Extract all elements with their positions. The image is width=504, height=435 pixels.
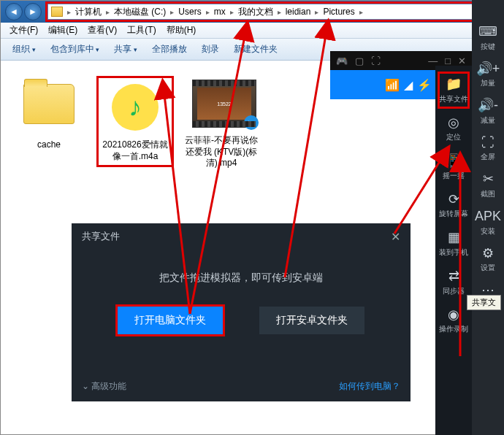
open-android-folder-button[interactable]: 打开安卓文件夹: [259, 307, 364, 334]
folder-icon: [23, 84, 75, 124]
sidebar-item-volume-down[interactable]: 🔊-减量: [472, 93, 504, 130]
sidebar-item-screenshot[interactable]: ✂截图: [472, 166, 504, 204]
breadcrumb[interactable]: leidian: [283, 7, 314, 17]
breadcrumb[interactable]: 我的文档: [235, 6, 276, 18]
sidebar-item-record[interactable]: ◉操作录制: [438, 302, 470, 339]
file-video-mp4[interactable]: 13522 ▶ 云菲菲-不要再说你还爱我 (KTV版)(标清).mp4: [185, 78, 258, 169]
emulator-sidebar-right: ⌨按键 🔊+加量 🔊-减量 ⛶全屏 ✂截图 APK安装 ⚙设置 ⋯更多: [472, 0, 504, 435]
record-icon: ◉: [438, 307, 470, 323]
open-pc-folder-button[interactable]: 打开电脑文件夹: [118, 307, 223, 334]
file-label: cache: [12, 139, 85, 151]
emulator-sidebar-left: 📁共享文件 ◎定位 📳摇一摇 ⟳旋转屏幕 ▦装到手机 ⇄同步器 ◉操作录制: [435, 66, 472, 435]
sidebar-item-rotate[interactable]: ⟳旋转屏幕: [438, 187, 470, 224]
menu-view[interactable]: 查看(V): [83, 23, 121, 38]
video-thumbnail-icon: 13522 ▶: [192, 80, 256, 128]
dialog-message: 把文件拖进模拟器，即可传到安卓端: [86, 272, 396, 285]
menu-tools[interactable]: 工具(T): [123, 23, 160, 38]
sidebar-item-shake[interactable]: 📳摇一摇: [438, 148, 470, 185]
gear-icon: ⚙: [472, 246, 504, 262]
volume-down-icon: 🔊-: [472, 98, 504, 114]
sidebar-item-fullscreen[interactable]: ⛶全屏: [472, 130, 504, 167]
howto-link[interactable]: 如何传到电脑？: [339, 380, 400, 393]
menu-bar: 文件(F) 编辑(E) 查看(V) 工具(T) 帮助(H): [1, 23, 503, 39]
sidebar-item-keymap[interactable]: ⌨按键: [472, 19, 504, 56]
file-label: 云菲菲-不要再说你还爱我 (KTV版)(标清).mp4: [185, 135, 258, 169]
breadcrumb[interactable]: Users: [175, 7, 204, 17]
breadcrumb[interactable]: Pictures: [320, 7, 357, 17]
menu-edit[interactable]: 编辑(E): [44, 23, 82, 38]
file-label: 20210826爱情就像一首.m4a: [102, 139, 169, 162]
maximize-button[interactable]: □: [445, 55, 451, 66]
dialog-close-button[interactable]: ✕: [391, 230, 400, 244]
tool-new-folder[interactable]: 新建文件夹: [228, 40, 283, 58]
nav-back-button[interactable]: ◄: [5, 3, 23, 20]
folder-icon: [51, 7, 63, 17]
folder-open-icon: 📁: [438, 77, 470, 93]
sidebar-item-install-phone[interactable]: ▦装到手机: [438, 225, 470, 262]
breadcrumb[interactable]: 计算机: [72, 6, 104, 18]
expand-icon[interactable]: ⛶: [371, 55, 381, 66]
title-bar: ◄ ► ▸ 计算机▸ 本地磁盘 (C:)▸ Users▸ mx▸ 我的文档▸ l…: [1, 1, 503, 23]
sidebar-item-settings[interactable]: ⚙设置: [472, 241, 504, 278]
fullscreen-icon: ⛶: [472, 135, 504, 151]
location-icon: ◎: [438, 115, 470, 131]
tool-organize[interactable]: 组织: [7, 40, 42, 58]
play-badge-icon: ▶: [244, 115, 259, 130]
music-icon: ♪: [112, 84, 159, 131]
address-bar[interactable]: ▸ 计算机▸ 本地磁盘 (C:)▸ Users▸ mx▸ 我的文档▸ leidi…: [47, 4, 499, 20]
menu-help[interactable]: 帮助(H): [162, 23, 201, 38]
advanced-toggle[interactable]: ⌄ 高级功能: [82, 380, 126, 393]
sync-icon: ⇄: [438, 269, 470, 285]
share-file-dialog: 共享文件 ✕ 把文件拖进模拟器，即可传到安卓端 打开电脑文件夹 打开安卓文件夹 …: [72, 223, 411, 401]
sim-icon: ◢: [404, 78, 413, 92]
file-audio-m4a[interactable]: ♪ 20210826爱情就像一首.m4a: [99, 78, 172, 165]
shake-icon: 📳: [438, 153, 470, 169]
breadcrumb[interactable]: 本地磁盘 (C:): [111, 6, 169, 18]
apk-icon: APK: [472, 209, 504, 225]
tool-include-library[interactable]: 包含到库中: [45, 40, 106, 58]
tool-burn[interactable]: 刻录: [196, 40, 225, 58]
sidebar-item-locate[interactable]: ◎定位: [438, 110, 470, 147]
tool-play-all[interactable]: 全部播放: [146, 40, 193, 58]
qr-icon: ▦: [438, 230, 470, 246]
tooltip: 共享文: [467, 295, 501, 310]
nav-forward-button[interactable]: ►: [24, 3, 42, 20]
tool-share[interactable]: 共享: [108, 40, 143, 58]
wifi-icon: 📶: [385, 78, 400, 92]
menu-file[interactable]: 文件(F): [5, 23, 42, 38]
sidebar-item-share-files[interactable]: 📁共享文件: [438, 72, 470, 109]
volume-up-icon: 🔊+: [472, 61, 504, 77]
minimize-button[interactable]: —: [428, 55, 438, 66]
keyboard-icon: ⌨: [472, 24, 504, 40]
sidebar-item-sync[interactable]: ⇄同步器: [438, 263, 470, 301]
rotate-icon: ⟳: [438, 192, 470, 208]
battery-charging-icon: ⚡: [417, 78, 432, 92]
gamepad-icon[interactable]: 🎮: [336, 55, 348, 66]
box-icon[interactable]: ▢: [355, 55, 364, 66]
close-button[interactable]: ✕: [458, 55, 466, 66]
breadcrumb[interactable]: mx: [211, 7, 229, 17]
file-folder-cache[interactable]: cache: [12, 78, 85, 151]
sidebar-item-volume-up[interactable]: 🔊+加量: [472, 56, 504, 93]
sidebar-item-apk-install[interactable]: APK安装: [472, 204, 504, 241]
dialog-title: 共享文件: [82, 230, 120, 243]
scissors-icon: ✂: [472, 172, 504, 188]
